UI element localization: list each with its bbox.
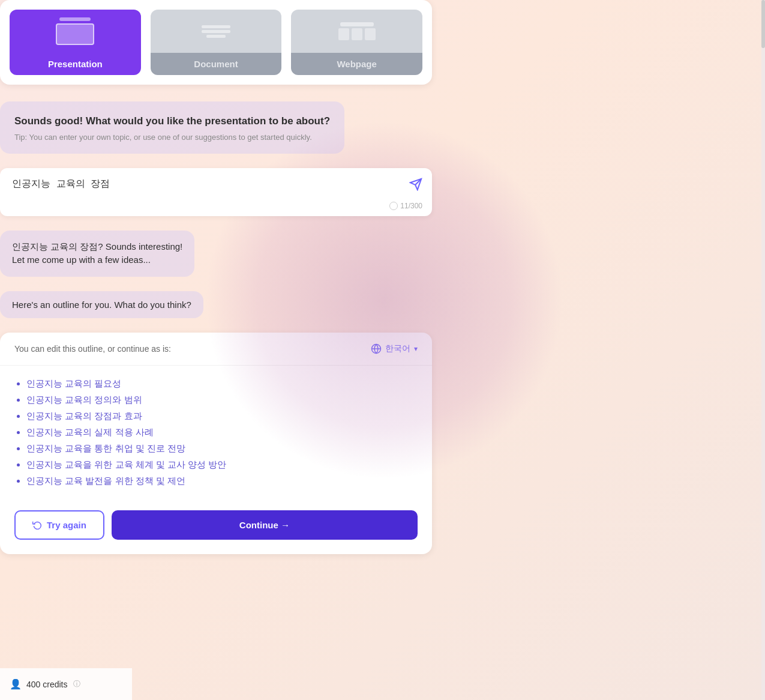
presentation-icon-bg: [10, 10, 141, 53]
outline-intro-text: Here's an outline for you. What do you t…: [12, 300, 191, 310]
language-selector[interactable]: 한국어 ▾: [371, 343, 418, 354]
scrollbar[interactable]: [761, 0, 765, 700]
scrollbar-thumb[interactable]: [761, 0, 765, 48]
char-count-text: 11/300: [400, 202, 422, 210]
topic-input-container: 인공지능 교육의 장점 11/300: [0, 168, 432, 216]
document-label: Document: [151, 53, 282, 75]
outline-header-text: You can edit this outline, or continue a…: [14, 344, 171, 354]
bot-response-bubble: 인공지능 교육의 장점? Sounds interesting!Let me c…: [0, 231, 194, 277]
presentation-card[interactable]: Presentation: [10, 10, 141, 75]
outline-header: You can edit this outline, or continue a…: [0, 333, 432, 366]
outline-card: You can edit this outline, or continue a…: [0, 333, 432, 554]
try-again-label: Try again: [47, 520, 86, 530]
char-progress-circle: [389, 202, 398, 210]
send-button[interactable]: [409, 178, 422, 193]
document-icon-bg: [151, 10, 282, 53]
topic-input[interactable]: 인공지능 교육의 장점: [12, 178, 402, 195]
outline-item-6: 인공지능 교육을 위한 교육 체계 및 교사 양성 방안: [26, 456, 418, 472]
credits-text: 400 credits: [26, 680, 67, 689]
outline-actions: Try again Continue →: [0, 501, 432, 554]
outline-item-5: 인공지능 교육을 통한 취업 및 진로 전망: [26, 440, 418, 456]
outline-item-4: 인공지능 교육의 실제 적용 사례: [26, 424, 418, 440]
continue-label: Continue →: [239, 520, 290, 530]
outline-item-1: 인공지능 교육의 필요성: [26, 375, 418, 391]
webpage-visual: [338, 22, 376, 40]
ai-prompt-tip: Tip: You can enter your own topic, or us…: [14, 133, 330, 142]
outline-item-3: 인공지능 교육의 장점과 효과: [26, 408, 418, 424]
continue-button[interactable]: Continue →: [112, 510, 418, 540]
webpage-icon-bg: [291, 10, 422, 53]
type-selector: Presentation Document Webpage: [0, 0, 432, 85]
char-counter: 11/300: [389, 202, 422, 210]
outline-intro-bubble: Here's an outline for you. What do you t…: [0, 291, 203, 318]
refresh-icon: [32, 520, 42, 530]
language-label: 한국어: [385, 343, 410, 354]
document-card[interactable]: Document: [151, 10, 282, 75]
webpage-card[interactable]: Webpage: [291, 10, 422, 75]
person-icon: 👤: [10, 678, 22, 690]
outline-item-2: 인공지능 교육의 정의와 범위: [26, 391, 418, 408]
credits-bar: 👤 400 credits ⓘ: [0, 668, 132, 700]
outline-item-7: 인공지능 교육 발전을 위한 정책 및 제언: [26, 472, 418, 489]
outline-list: 인공지능 교육의 필요성 인공지능 교육의 정의와 범위 인공지능 교육의 장점…: [0, 366, 432, 501]
presentation-visual: [56, 17, 94, 45]
webpage-label: Webpage: [291, 53, 422, 75]
try-again-button[interactable]: Try again: [14, 510, 104, 540]
ai-prompt-main: Sounds good! What would you like the pre…: [14, 113, 330, 129]
presentation-label: Presentation: [10, 53, 141, 75]
chevron-down-icon: ▾: [414, 345, 418, 353]
globe-icon: [371, 343, 382, 354]
credits-info-icon[interactable]: ⓘ: [73, 679, 80, 689]
chat-area: Sounds good! What would you like the pre…: [0, 101, 432, 554]
document-visual: [202, 25, 230, 38]
ai-prompt-bubble: Sounds good! What would you like the pre…: [0, 101, 344, 154]
bot-response-text: 인공지능 교육의 장점? Sounds interesting!Let me c…: [12, 240, 182, 267]
